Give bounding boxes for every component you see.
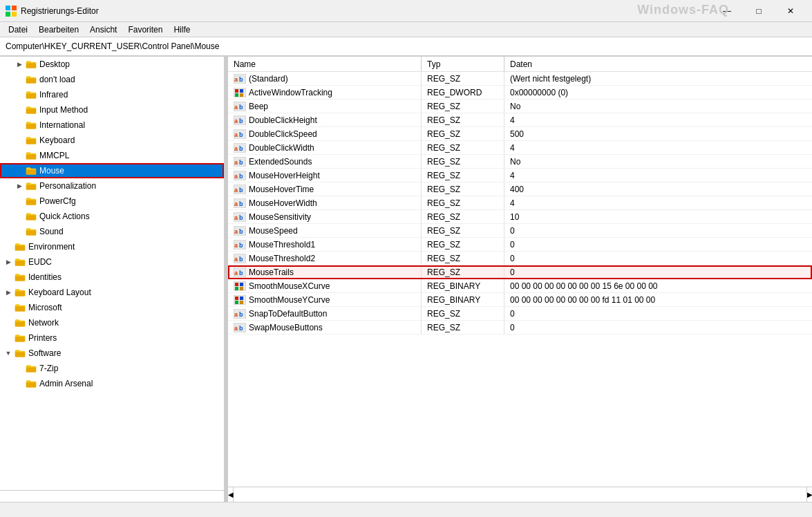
cell-type-doubleclickwidth: REG_SZ (422, 141, 504, 154)
tree-item-eudc[interactable]: EUDC (0, 254, 224, 270)
table-row-swapmousebuttons[interactable]: a b SwapMouseButtonsREG_SZ0 (228, 321, 812, 335)
tree-item-international[interactable]: International (0, 118, 224, 133)
table-row-standard[interactable]: a b (Standard)REG_SZ(Wert nicht festgele… (228, 72, 812, 86)
cell-type-mousehoverwidth: REG_SZ (422, 196, 504, 209)
svg-text:b: b (239, 228, 243, 235)
folder-icon-identities (14, 272, 26, 283)
table-row-snaptodefaultbutton[interactable]: a b SnapToDefaultButtonREG_SZ0 (228, 307, 812, 321)
svg-rect-57 (235, 297, 238, 300)
cell-data-beep: No (504, 100, 812, 113)
cell-type-beep: REG_SZ (422, 100, 504, 113)
folder-icon-infrared (25, 89, 37, 100)
expand-btn-desktop[interactable] (14, 59, 25, 70)
col-data[interactable]: Daten (504, 57, 812, 71)
table-row-mousethreshold1[interactable]: a b MouseThreshold1REG_SZ0 (228, 238, 812, 252)
cell-name-text-swapmousebuttons: SwapMouseButtons (249, 323, 323, 332)
cell-name-smoothmouseycurve: SmoothMouseYCurve (228, 293, 422, 306)
cell-name-swapmousebuttons: a b SwapMouseButtons (228, 321, 422, 334)
cell-data-mousetrails: 0 (504, 265, 812, 279)
tree-item-keyboardlayout[interactable]: Keyboard Layout (0, 285, 224, 300)
tree-item-7zip[interactable]: 7-Zip (0, 361, 224, 376)
cell-name-mousethreshold1: a b MouseThreshold1 (228, 238, 422, 251)
reg-icon-doubleclickwidth: a b (234, 143, 246, 153)
tree-item-infrared[interactable]: Infrared (0, 87, 224, 102)
cell-data-mousehoverheight: 4 (504, 169, 812, 182)
svg-text:b: b (239, 311, 243, 318)
table-row-smoothmouseycurve[interactable]: SmoothMouseYCurveREG_BINARY00 00 00 00 0… (228, 293, 812, 307)
close-button[interactable]: ✕ (775, 0, 806, 22)
col-type[interactable]: Typ (422, 57, 504, 71)
svg-text:b: b (239, 159, 243, 166)
cell-name-extendedsounds: a b ExtendedSounds (228, 155, 422, 168)
reg-icon-mousehoverwidth: a b (234, 198, 246, 208)
menu-datei[interactable]: Datei (3, 24, 33, 36)
expand-btn-keyboardlayout[interactable] (3, 287, 14, 298)
tree-item-dontload[interactable]: don't load (0, 72, 224, 87)
tree-label-environment: Environment (28, 242, 75, 252)
table-body: a b (Standard)REG_SZ(Wert nicht festgele… (228, 72, 812, 487)
tree-item-environment[interactable]: Environment (0, 239, 224, 254)
tree-scroll[interactable]: Desktop don't load Infrared Input Method… (0, 57, 224, 490)
expand-btn-personalization[interactable] (14, 180, 25, 191)
table-row-mousehoverheight[interactable]: a b MouseHoverHeightREG_SZ4 (228, 169, 812, 182)
svg-rect-59 (235, 301, 238, 304)
table-row-extendedsounds[interactable]: a b ExtendedSoundsREG_SZNo (228, 155, 812, 169)
table-row-mousespeed[interactable]: a b MouseSpeedREG_SZ0 (228, 224, 812, 238)
table-row-doubleclickheight[interactable]: a b DoubleClickHeightREG_SZ4 (228, 113, 812, 127)
table-row-doubleclickspeed[interactable]: a b DoubleClickSpeedREG_SZ500 (228, 127, 812, 141)
table-row-smoothmousexcurve[interactable]: SmoothMouseXCurveREG_BINARY00 00 00 00 0… (228, 279, 812, 293)
expand-btn-software[interactable] (3, 348, 14, 359)
table-row-mousehoverwidth[interactable]: a b MouseHoverWidthREG_SZ4 (228, 196, 812, 210)
tree-item-powercfg[interactable]: PowerCfg (0, 194, 224, 209)
cell-type-smoothmouseycurve: REG_BINARY (422, 293, 504, 306)
tree-item-desktop[interactable]: Desktop (0, 57, 224, 72)
tree-item-adminarsenal[interactable]: Admin Arsenal (0, 376, 224, 391)
cell-data-smoothmousexcurve: 00 00 00 00 00 00 00 00 15 6e 00 00 00 (504, 279, 812, 292)
cell-type-mousetrails: REG_SZ (422, 265, 504, 279)
tree-item-mmcpl[interactable]: MMCPL (0, 148, 224, 163)
tree-item-keyboard[interactable]: Keyboard (0, 133, 224, 148)
tree-item-personalization[interactable]: Personalization (0, 178, 224, 194)
reg-icon-mousespeed: a b (234, 226, 246, 236)
col-name[interactable]: Name (228, 57, 422, 71)
svg-rect-55 (240, 287, 243, 290)
tree-item-microsoft[interactable]: Microsoft (0, 300, 224, 315)
tree-item-software[interactable]: Software (0, 346, 224, 361)
table-row-mousethreshold2[interactable]: a b MouseThreshold2REG_SZ0 (228, 252, 812, 265)
tree-horizontal-scroll[interactable] (0, 490, 224, 502)
cell-name-mousespeed: a b MouseSpeed (228, 224, 422, 237)
menu-bar: Datei Bearbeiten Ansicht Favoriten Hilfe (0, 22, 812, 37)
cell-data-swapmousebuttons: 0 (504, 321, 812, 334)
tree-item-printers[interactable]: Printers (0, 330, 224, 346)
tree-item-inputmethod[interactable]: Input Method (0, 102, 224, 118)
cell-data-mousehoverwidth: 4 (504, 196, 812, 209)
cell-type-extendedsounds: REG_SZ (422, 155, 504, 168)
table-row-activewindowtracking[interactable]: ActiveWindowTrackingREG_DWORD0x00000000 … (228, 86, 812, 100)
tree-item-quickactions[interactable]: Quick Actions (0, 209, 224, 224)
svg-rect-10 (235, 93, 238, 97)
table-row-beep[interactable]: a b BeepREG_SZNo (228, 100, 812, 113)
table-row-mousehovertime[interactable]: a b MouseHoverTimeREG_SZ400 (228, 182, 812, 196)
folder-icon-adminarsenal (25, 378, 37, 389)
menu-ansicht[interactable]: Ansicht (84, 24, 122, 36)
menu-bearbeiten[interactable]: Bearbeiten (33, 24, 84, 36)
maximize-button[interactable]: □ (743, 0, 775, 22)
tree-item-network[interactable]: Network (0, 315, 224, 330)
tree-item-identities[interactable]: Identities (0, 270, 224, 285)
expand-btn-eudc[interactable] (3, 256, 14, 267)
table-row-mousetrails[interactable]: a b MouseTrailsREG_SZ0 (228, 265, 812, 279)
folder-icon-microsoft (14, 302, 26, 313)
table-row-doubleclickwidth[interactable]: a b DoubleClickWidthREG_SZ4 (228, 141, 812, 155)
table-row-mousesensitivity[interactable]: a b MouseSensitivityREG_SZ10 (228, 210, 812, 224)
tree-item-mouse[interactable]: Mouse (0, 163, 224, 178)
tree-item-sound[interactable]: Sound (0, 224, 224, 239)
tree-label-printers: Printers (28, 333, 57, 343)
svg-rect-2 (6, 12, 10, 17)
folder-icon-printers (14, 332, 26, 344)
folder-icon-personalization (25, 180, 37, 191)
menu-favoriten[interactable]: Favoriten (122, 24, 168, 36)
menu-hilfe[interactable]: Hilfe (168, 24, 196, 36)
tree-panel: Desktop don't load Infrared Input Method… (0, 57, 225, 502)
reg-icon-mousethreshold2: a b (234, 254, 246, 263)
cell-type-swapmousebuttons: REG_SZ (422, 321, 504, 334)
